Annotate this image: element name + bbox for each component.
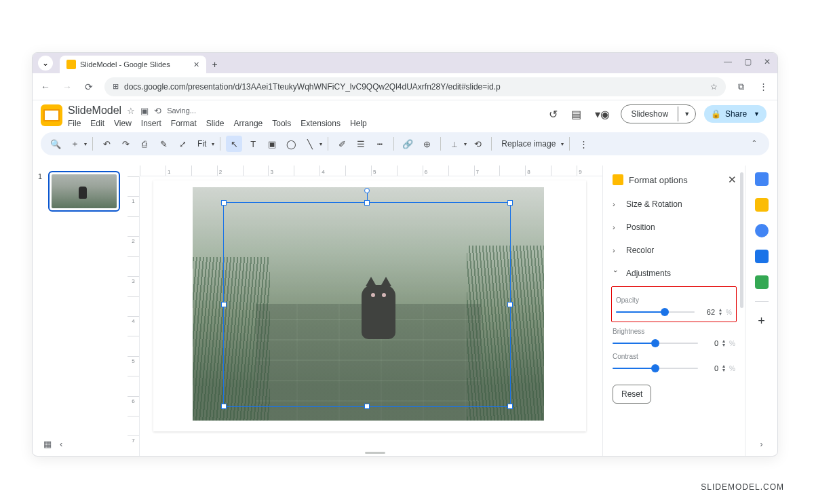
menu-view[interactable]: View — [114, 119, 132, 128]
slideshow-button[interactable]: Slideshow ▼ — [621, 104, 696, 123]
border-color-icon[interactable]: ✐ — [334, 136, 350, 152]
sidebar-scrollbar[interactable] — [740, 172, 743, 308]
tab-close-icon[interactable]: ✕ — [193, 60, 199, 69]
brightness-slider[interactable] — [613, 343, 698, 344]
meet-icon[interactable]: ▾◉ — [592, 105, 613, 123]
star-icon[interactable]: ☆ — [127, 106, 135, 116]
zoom-level[interactable]: Fit — [193, 139, 210, 149]
explore-icon[interactable]: ‹ — [60, 439, 62, 449]
menu-format[interactable]: Format — [171, 119, 197, 128]
cloud-status-icon[interactable]: ⟲ — [154, 106, 161, 116]
resize-handle-tr[interactable] — [507, 200, 513, 206]
share-button[interactable]: 🔒 Share ▼ — [704, 105, 767, 123]
speaker-notes-handle[interactable] — [365, 452, 385, 454]
slide-thumbnail-1[interactable] — [48, 171, 120, 212]
slideshow-dropdown-icon[interactable]: ▼ — [678, 106, 695, 121]
window-minimize-icon[interactable]: — — [724, 57, 732, 66]
menu-help[interactable]: Help — [350, 119, 367, 128]
reset-button[interactable]: Reset — [613, 385, 651, 404]
reset-image-icon[interactable]: ⟲ — [469, 136, 486, 152]
resize-handle-tm[interactable] — [364, 200, 370, 206]
chrome-menu-icon[interactable]: ⋮ — [756, 81, 771, 92]
more-icon[interactable]: ⋮ — [575, 136, 592, 152]
line-icon[interactable]: ╲ — [302, 136, 318, 152]
section-position[interactable]: ›Position — [603, 216, 745, 239]
extensions-icon[interactable]: ⧉ — [735, 81, 747, 92]
border-dash-icon[interactable]: ┅ — [372, 136, 388, 152]
addons-plus-icon[interactable]: + — [758, 314, 765, 328]
comment-icon[interactable]: ⊕ — [419, 136, 435, 152]
window-close-icon[interactable]: ✕ — [764, 57, 771, 66]
opacity-slider[interactable] — [616, 311, 695, 313]
menu-edit[interactable]: Edit — [90, 119, 104, 128]
maps-icon[interactable] — [755, 275, 769, 289]
nav-back-icon[interactable]: ← — [39, 81, 52, 92]
menu-tools[interactable]: Tools — [272, 119, 291, 128]
resize-handle-br[interactable] — [507, 404, 513, 409]
history-icon[interactable]: ↺ — [546, 105, 560, 123]
rotation-handle[interactable] — [364, 188, 370, 193]
search-menus-icon[interactable]: 🔍 — [47, 136, 64, 152]
select-tool-icon[interactable]: ↖ — [226, 136, 242, 152]
resize-handle-mr[interactable] — [507, 302, 513, 307]
replace-image-dd-icon[interactable]: ▾ — [561, 141, 564, 147]
calendar-icon[interactable] — [755, 172, 769, 186]
contacts-icon[interactable] — [755, 250, 769, 263]
zoom-dd-icon[interactable]: ▾ — [212, 141, 214, 147]
section-adjustments[interactable]: ›Adjustments — [603, 262, 745, 285]
menu-insert[interactable]: Insert — [141, 119, 161, 128]
print-icon[interactable]: ⎙ — [136, 136, 153, 152]
menu-arrange[interactable]: Arrange — [234, 119, 263, 128]
comments-icon[interactable]: ▤ — [568, 105, 584, 123]
resize-handle-ml[interactable] — [221, 302, 227, 307]
section-size-rotation[interactable]: ›Size & Rotation — [603, 193, 745, 216]
crop-icon[interactable]: ⟂ — [446, 136, 463, 152]
keep-icon[interactable] — [755, 198, 769, 212]
move-icon[interactable]: ▣ — [140, 106, 149, 116]
tab-search-button[interactable]: ⌄ — [38, 56, 53, 71]
menu-file[interactable]: File — [68, 119, 81, 128]
hide-rail-icon[interactable]: › — [760, 440, 763, 449]
collapse-toolbar-icon[interactable]: ˆ — [746, 136, 762, 152]
brightness-value[interactable]: 0 — [702, 339, 718, 347]
browser-tab[interactable]: SlideModel - Google Slides ✕ — [60, 56, 206, 73]
resize-handle-tl[interactable] — [221, 200, 227, 206]
link-icon[interactable]: 🔗 — [400, 136, 416, 152]
close-panel-icon[interactable]: ✕ — [728, 174, 737, 186]
zoom-icon[interactable]: ⤢ — [174, 136, 191, 152]
replace-image-button[interactable]: Replace image — [497, 139, 560, 149]
url-field[interactable]: ⊞ docs.google.com/presentation/d/13AAei1… — [104, 77, 726, 96]
site-info-icon[interactable]: ⊞ — [113, 82, 119, 91]
section-recolor[interactable]: ›Recolor — [603, 239, 745, 262]
image-icon[interactable]: ▣ — [264, 136, 280, 152]
slide-canvas[interactable] — [153, 180, 586, 431]
shape-icon[interactable]: ◯ — [283, 136, 299, 152]
nav-forward-icon[interactable]: → — [61, 81, 73, 92]
menu-extensions[interactable]: Extensions — [301, 119, 341, 128]
contrast-value[interactable]: 0 — [702, 364, 718, 372]
textbox-icon[interactable]: T — [245, 136, 261, 152]
paint-format-icon[interactable]: ✎ — [155, 136, 172, 152]
resize-handle-bl[interactable] — [221, 404, 227, 409]
menu-slide[interactable]: Slide — [206, 119, 225, 128]
line-dd-icon[interactable]: ▾ — [319, 141, 322, 147]
brightness-stepper[interactable]: ▴▾ — [722, 339, 725, 347]
bookmark-star-icon[interactable]: ☆ — [710, 82, 718, 92]
new-slide-icon[interactable]: ＋ — [66, 136, 83, 152]
redo-icon[interactable]: ↷ — [117, 136, 134, 152]
opacity-stepper[interactable]: ▴▾ — [719, 308, 722, 316]
opacity-value[interactable]: 62 — [699, 308, 715, 316]
resize-handle-bm[interactable] — [364, 404, 370, 409]
document-title[interactable]: SlideModel — [68, 104, 121, 117]
new-slide-dd-icon[interactable]: ▾ — [84, 141, 87, 147]
nav-reload-icon[interactable]: ⟳ — [83, 81, 95, 92]
grid-view-icon[interactable]: ▦ — [43, 439, 52, 449]
mask-dd-icon[interactable]: ▾ — [464, 141, 467, 147]
border-weight-icon[interactable]: ☰ — [353, 136, 369, 152]
tasks-icon[interactable] — [755, 224, 769, 237]
slides-logo-icon[interactable] — [41, 104, 62, 126]
undo-icon[interactable]: ↶ — [98, 136, 115, 152]
contrast-stepper[interactable]: ▴▾ — [722, 364, 725, 372]
share-dropdown-icon[interactable]: ▼ — [754, 111, 760, 117]
contrast-slider[interactable] — [613, 368, 698, 369]
